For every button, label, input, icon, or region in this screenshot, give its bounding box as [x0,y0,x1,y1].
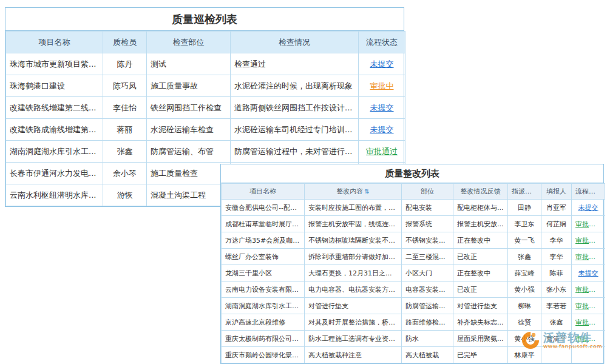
header-content[interactable]: 整改内容⇅ [305,184,402,200]
cell-assignee[interactable]: 李卫东 [508,216,541,232]
cell-inspector[interactable]: 蒋丽 [103,119,147,141]
cell-feedback: 已改正 [453,249,508,265]
cell-status[interactable]: 审批通过 [572,281,605,298]
cell-status[interactable]: 审批中 [359,75,405,97]
cell-feedback: 补齐缺失标志... [453,314,508,331]
cell-feedback: 报警主机安放... [453,216,508,232]
cell-project[interactable]: 重庆太极制药有限公司亳州中... [222,331,305,347]
cell-project[interactable]: 珠海市城市更新项目紫... [6,53,103,75]
cell-feedback: 已改正 [453,281,508,298]
cell-assignee[interactable]: 张鑫 [508,249,541,265]
rectification-table-title: 质量整改列表 [221,164,603,183]
inspection-row: 珠海市城市更新项目紫... 陈丹 测试 检查通过 未提交 [6,53,405,75]
cell-detail: 检查通过 [231,53,359,75]
cell-content: 对管进行垫支 [305,298,402,314]
rectification-table-panel: 质量整改列表 项目名称 整改内容⇅ 部位 整改情况反馈 指派人员 填报人 流程状… [220,164,604,364]
cell-project[interactable]: 螺丝厂办公室装饰 [222,249,305,265]
cell-inspector[interactable]: 李佳怡 [103,97,147,119]
cell-project[interactable]: 安徽合肥供电公司--配电设备... [222,200,305,216]
cell-reporter[interactable]: 李华 [541,232,572,249]
cell-reporter[interactable]: 曹清平 [541,331,572,347]
cell-status[interactable]: 未提交 [359,97,405,119]
cell-inspector[interactable]: 游恢 [103,184,147,206]
cell-project[interactable]: 成都杜甫草堂临时展厅独立展... [222,216,305,232]
cell-reporter[interactable] [541,347,572,363]
cell-status[interactable]: 未提交 [572,200,605,216]
cell-assignee[interactable]: 薛宝峰 [508,265,541,281]
cell-content: 对其及时开展整治措施，桥头... [305,314,402,331]
cell-reporter[interactable]: 李若若 [541,298,572,314]
cell-inspector[interactable]: 陈巧凤 [103,75,147,97]
cell-status[interactable]: 审批通过 [572,216,605,232]
cell-inspector[interactable]: 余小琴 [103,163,147,184]
cell-reporter[interactable]: 张鑫 [541,314,572,331]
cell-assignee[interactable]: 柳琳 [508,298,541,314]
cell-assignee[interactable]: 田静 [508,200,541,216]
cell-status[interactable]: 审批通过 [572,331,605,347]
cell-part: 配电安装 [402,200,453,216]
cell-part: 防腐管运输... [402,298,453,314]
cell-project[interactable]: 云南电力设备安装有限公司20... [222,281,305,298]
cell-reporter[interactable]: 李华 [541,249,572,265]
cell-project[interactable]: 长春市伊通河水力发电... [6,163,103,184]
cell-status[interactable]: 未提交 [572,265,605,281]
header-project: 项目名称 [6,32,103,53]
cell-part: 防腐管运输、布管 [147,141,231,163]
cell-project[interactable]: 珠海鹤港口建设 [6,75,103,97]
cell-status[interactable]: 审批通过 [359,141,405,163]
cell-project[interactable]: 改建铁路线增建第二线... [6,97,103,119]
cell-feedback: 屋面采用聚氨... [453,331,508,347]
rectification-table: 项目名称 整改内容⇅ 部位 整改情况反馈 指派人员 填报人 流程状态 安徽合肥供… [221,183,605,363]
cell-part: 小区大门 [402,265,453,281]
cell-feedback: 正在整改中 [453,265,508,281]
cell-status[interactable]: 审批通过 [572,314,605,331]
cell-part: 施工质量检查 [147,163,231,184]
cell-project[interactable]: 湖南洞庭湖水库引水工... [6,141,103,163]
cell-assignee[interactable]: 林康平 [508,347,541,363]
cell-part: 不锈钢安装... [402,232,453,249]
cell-part: 高大植被栽 [402,347,453,363]
cell-reporter[interactable]: 张小东 [541,281,572,298]
header-part: 检查部位 [147,32,231,53]
header-project: 项目名称 [222,184,305,200]
rectification-row: 龙湖三千里小区 大理石更换，12月31日之... 小区大门 正在整改中 薛宝峰 … [222,265,605,281]
cell-project[interactable]: 龙湖三千里小区 [222,265,305,281]
cell-inspector[interactable]: 陈丹 [103,53,147,75]
rectification-row: 湖南洞庭湖水库引水工程施工标 对管进行垫支 防腐管运输... 对管进行垫支 柳琳… [222,298,605,314]
header-content-label: 整改内容 [336,187,363,195]
rectification-row: 螺丝厂办公室装饰 拆除到承重墙部分请做好加固... 二至三楼混... 已改正 张… [222,249,605,265]
cell-reporter[interactable]: 肖亚军 [541,200,572,216]
cell-project[interactable]: 万达广场35#会所及咖啡厅空... [222,232,305,249]
cell-content: 电力电容器、电抗器安装方案,... [305,281,402,298]
cell-project[interactable]: 云南水利枢纽潜明水库... [6,184,103,206]
cell-reporter[interactable]: 陈菲 [541,265,572,281]
cell-assignee[interactable]: 徐贤 [508,314,541,331]
cell-part: 铁丝网围挡工作检查 [147,97,231,119]
sort-icon[interactable]: ⇅ [364,188,369,195]
cell-inspector[interactable]: 张鑫 [103,141,147,163]
cell-project[interactable]: 改建铁路成渝线增建第... [6,119,103,141]
cell-part: 二至三楼混... [402,249,453,265]
cell-assignee[interactable]: 黄小强 [508,331,541,347]
cell-status[interactable] [572,347,605,363]
cell-feedback: 配电柜柜体与... [453,200,508,216]
cell-status[interactable]: 未提交 [359,119,405,141]
cell-project[interactable]: 重庆市鹅岭公园绿化景观提升... [222,347,305,363]
cell-assignee[interactable]: 黄小强 [508,281,541,298]
cell-content: 报警主机安放牢固，线缆连接... [305,216,402,232]
cell-status[interactable]: 未提交 [359,53,405,75]
cell-detail: 防腐管运输过程中，未对管进行... [231,141,359,163]
inspection-row: 改建铁路成渝线增建第... 蒋丽 水泥砼运输车检查 水泥砼运输车司机经过专门培训… [6,119,405,141]
cell-content: 不锈钢边框玻璃隔断安装不平... [305,232,402,249]
cell-reporter[interactable]: 何芷娴 [541,216,572,232]
cell-part: 电容器安装... [402,281,453,298]
cell-status[interactable]: 审批通过 [572,298,605,314]
cell-status[interactable]: 审批通过 [572,232,605,249]
cell-status[interactable]: 审批通过 [572,249,605,265]
rectification-header-row: 项目名称 整改内容⇅ 部位 整改情况反馈 指派人员 填报人 流程状态 [222,184,605,200]
cell-project[interactable]: 京沪高速北京段维修 [222,314,305,331]
cell-content: 大理石更换，12月31日之... [305,265,402,281]
cell-assignee[interactable]: 黄一飞 [508,232,541,249]
cell-project[interactable]: 湖南洞庭湖水库引水工程施工标 [222,298,305,314]
cell-detail: 道路两侧铁丝网围挡工作按设计... [231,97,359,119]
